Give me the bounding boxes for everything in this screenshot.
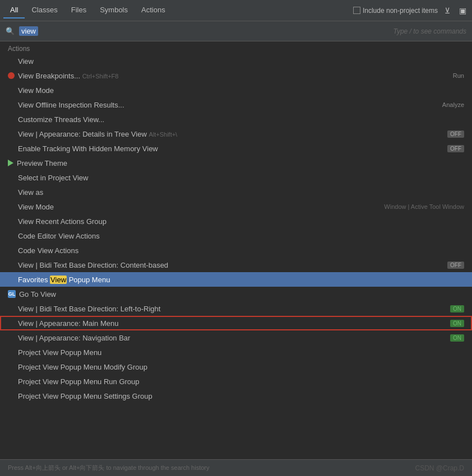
list-item[interactable]: Select in Project View: [0, 170, 472, 185]
list-item[interactable]: GL Go To View: [0, 287, 472, 301]
list-item[interactable]: View | Bidi Text Base Direction: Left-to…: [0, 301, 472, 316]
list-item[interactable]: Enable Tracking With Hidden Memory View …: [0, 141, 472, 156]
red-dot-icon: [8, 72, 15, 79]
list-item[interactable]: Project View Popup Menu Settings Group: [0, 389, 472, 403]
list-item[interactable]: View Mode Window | Active Tool Window: [0, 199, 472, 214]
list-item[interactable]: Project View Popup Menu Modify Group: [0, 360, 472, 374]
window-icon[interactable]: ▣: [457, 5, 469, 16]
tab-classes[interactable]: Classes: [25, 2, 64, 18]
status-hint: Press Alt+向上箭头 or Alt+向下箭头 to navigate t…: [8, 464, 210, 472]
tab-bar: All Classes Files Symbols Actions Includ…: [0, 0, 472, 21]
include-checkbox[interactable]: [353, 7, 360, 14]
green-triangle-icon: [8, 160, 13, 166]
list-item[interactable]: View Offline Inspection Results... Analy…: [0, 97, 472, 112]
list-item[interactable]: View as: [0, 185, 472, 199]
status-bar: Press Alt+向上箭头 or Alt+向下箭头 to navigate t…: [0, 459, 472, 476]
toggle-on[interactable]: ON: [450, 320, 464, 327]
search-hint: Type / to see commands: [394, 27, 467, 35]
list-item[interactable]: Code View Actions: [0, 243, 472, 258]
toggle-off[interactable]: OFF: [447, 262, 464, 269]
list-item[interactable]: View | Appearance: Navigation Bar ON: [0, 330, 472, 345]
list-item-view-appearance-main-menu[interactable]: View | Appearance: Main Menu ON: [0, 316, 472, 330]
list-item-favorites-view-popup[interactable]: Favorites View Popup Menu: [0, 272, 472, 287]
watermark: CSDN @Crap.D: [415, 464, 464, 472]
include-non-project-label[interactable]: Include non-project items: [353, 7, 438, 15]
list-item[interactable]: View Breakpoints... Ctrl+Shift+F8 Run: [0, 68, 472, 83]
tab-symbols[interactable]: Symbols: [93, 2, 135, 18]
list-item[interactable]: Project View Popup Menu: [0, 345, 472, 360]
search-value[interactable]: view: [19, 26, 38, 36]
search-bar: 🔍 view Type / to see commands: [0, 21, 472, 41]
list-item[interactable]: View | Appearance: Details in Tree View …: [0, 127, 472, 141]
list-item[interactable]: View | Bidi Text Base Direction: Content…: [0, 258, 472, 272]
list-item[interactable]: View Mode: [0, 83, 472, 97]
results-list: Actions View View Breakpoints... Ctrl+Sh…: [0, 41, 472, 459]
list-item[interactable]: Code Editor View Actions: [0, 228, 472, 243]
goto-icon: GL: [8, 290, 16, 298]
toggle-on[interactable]: ON: [450, 305, 464, 312]
toggle-on[interactable]: ON: [450, 334, 464, 342]
tab-right-controls: Include non-project items ⊻ ▣: [353, 5, 469, 16]
toggle-off[interactable]: OFF: [447, 130, 464, 138]
list-item[interactable]: View: [0, 54, 472, 68]
search-icon: 🔍: [6, 27, 15, 35]
toggle-off[interactable]: OFF: [447, 145, 464, 152]
list-item[interactable]: Preview Theme: [0, 156, 472, 170]
section-header-actions: Actions: [0, 41, 472, 54]
filter-icon[interactable]: ⊻: [442, 5, 452, 16]
list-item-view-recent-actions[interactable]: View Recent Actions Group: [0, 214, 472, 228]
tab-all[interactable]: All: [3, 2, 25, 18]
list-item[interactable]: Project View Popup Menu Run Group: [0, 374, 472, 389]
list-item[interactable]: Customize Threads View...: [0, 112, 472, 127]
tab-actions[interactable]: Actions: [135, 2, 172, 18]
tab-files[interactable]: Files: [64, 2, 93, 18]
